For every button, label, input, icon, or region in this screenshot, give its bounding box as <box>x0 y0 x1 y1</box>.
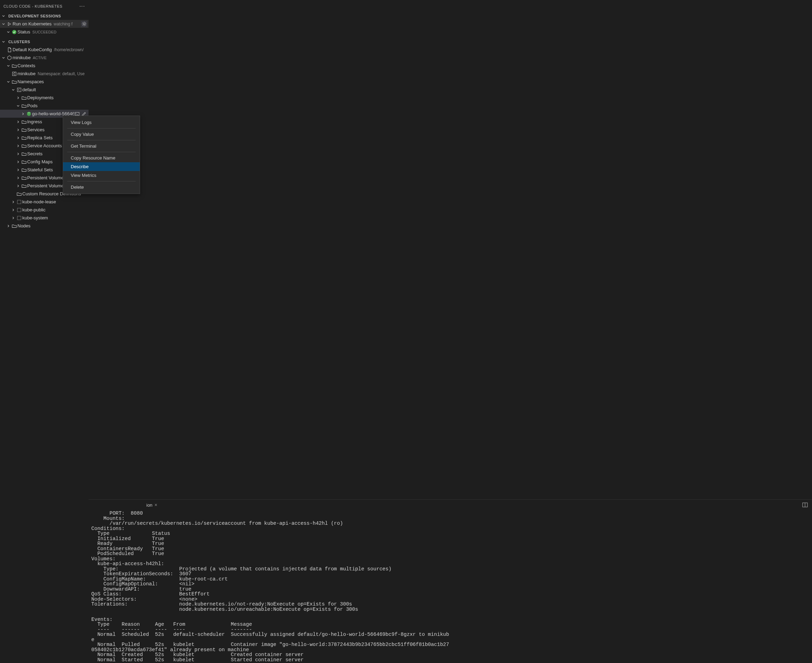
folder-icon <box>21 183 27 188</box>
menu-view-logs[interactable]: View Logs <box>63 118 140 127</box>
folder-icon <box>21 95 27 100</box>
tab-label: ion <box>94 503 152 508</box>
pvc-label: Persistent Volume <box>27 183 64 188</box>
folder-icon <box>21 176 27 180</box>
namespaces[interactable]: Namespaces <box>0 78 89 86</box>
chevron-down-icon <box>6 80 11 84</box>
menu-copy-resource-name[interactable]: Copy Resource Name <box>63 154 140 162</box>
chevron-right-icon <box>16 120 21 124</box>
run-on-kubernetes[interactable]: Run on Kubernetes watching f <box>0 20 89 28</box>
config-maps-label: Config Maps <box>27 159 53 164</box>
deployments[interactable]: Deployments <box>0 94 89 102</box>
kubeconfig-path: /home/ecbrown/ <box>54 47 84 52</box>
svg-rect-8 <box>18 216 21 220</box>
chevron-down-icon <box>6 64 11 68</box>
secrets-label: Secrets <box>27 151 42 156</box>
nodes[interactable]: Nodes <box>0 222 89 230</box>
dev-sessions-tree: Run on Kubernetes watching f Status SUCC… <box>0 20 89 36</box>
deployments-label: Deployments <box>27 95 53 100</box>
chevron-right-icon <box>16 136 21 140</box>
namespace-icon <box>16 207 22 212</box>
context-menu: View Logs Copy Value Get Terminal Copy R… <box>63 116 140 194</box>
chevron-down-icon <box>2 40 7 44</box>
app-root: CLOUD CODE - KUBERNETES ··· DEVELOPMENT … <box>0 0 812 663</box>
context-icon <box>11 71 18 76</box>
chevron-right-icon <box>16 176 21 180</box>
success-icon <box>11 30 18 34</box>
contexts[interactable]: Contexts <box>0 61 89 70</box>
chevron-right-icon <box>21 112 26 116</box>
menu-separator <box>67 181 136 181</box>
svg-rect-4 <box>18 88 21 92</box>
ns-kube-system[interactable]: kube-system <box>0 214 89 222</box>
section-dev-sessions[interactable]: DEVELOPMENT SESSIONS <box>0 12 89 20</box>
services-label: Services <box>27 127 45 132</box>
chevron-right-icon <box>16 144 21 148</box>
chevron-right-icon <box>16 152 21 156</box>
replica-sets-label: Replica Sets <box>27 135 53 140</box>
chevron-down-icon <box>16 104 21 108</box>
chevron-right-icon <box>16 128 21 132</box>
chevron-right-icon <box>11 200 16 204</box>
namespace-icon <box>16 87 22 92</box>
ns-label: kube-node-lease <box>22 199 56 204</box>
svg-rect-3 <box>13 72 16 76</box>
close-icon[interactable]: × <box>154 502 157 508</box>
ns-label: kube-system <box>22 215 48 220</box>
stateful-sets-label: Stateful Sets <box>27 167 53 172</box>
pv-label: Persistent Volumes <box>27 175 66 180</box>
pods[interactable]: Pods <box>0 102 89 110</box>
chevron-right-icon <box>6 224 11 228</box>
status-row[interactable]: Status SUCCEEDED <box>0 28 89 36</box>
menu-view-metrics[interactable]: View Metrics <box>63 171 140 179</box>
chevron-down-icon <box>2 56 6 60</box>
section-title: DEVELOPMENT SESSIONS <box>8 14 61 18</box>
namespace-icon <box>16 215 22 220</box>
menu-describe[interactable]: Describe <box>63 162 140 171</box>
more-icon[interactable]: ··· <box>79 3 85 10</box>
chevron-right-icon <box>16 184 21 188</box>
ingress-label: Ingress <box>27 119 42 125</box>
status-label: Status <box>18 29 30 34</box>
default-kubeconfig[interactable]: Default KubeConfig /home/ecbrown/ <box>0 45 89 53</box>
panel-tabs: ion × <box>89 500 812 510</box>
split-icon[interactable] <box>802 502 808 508</box>
chevron-down-icon <box>11 88 16 92</box>
menu-copy-value[interactable]: Copy Value <box>63 130 140 139</box>
sidebar-title: CLOUD CODE - KUBERNETES <box>3 4 62 8</box>
chevron-right-icon <box>16 168 21 172</box>
chevron-right-icon <box>16 96 21 100</box>
folder-icon <box>21 160 27 164</box>
folder-icon <box>21 120 27 125</box>
pods-label: Pods <box>27 103 37 108</box>
ns-default[interactable]: default <box>0 86 89 94</box>
chevron-right-icon <box>11 216 16 220</box>
chevron-down-icon <box>2 14 7 18</box>
context-item[interactable]: minikube Namespace: default, Use <box>0 70 89 78</box>
gear-icon[interactable] <box>81 21 87 27</box>
svg-rect-6 <box>18 200 21 204</box>
chevron-down-icon <box>2 22 6 26</box>
ns-kube-public[interactable]: kube-public <box>0 206 89 214</box>
cluster-badge: ACTIVE <box>33 56 47 60</box>
play-icon <box>6 22 13 26</box>
pod-icon <box>26 112 32 116</box>
folder-icon <box>11 79 18 84</box>
folder-icon <box>21 168 27 172</box>
describe-text: PORT: 8080 Mounts: /var/run/secrets/kube… <box>89 511 812 662</box>
menu-delete[interactable]: Delete <box>63 183 140 191</box>
menu-get-terminal[interactable]: Get Terminal <box>63 142 140 150</box>
editor: ion × PORT: 8080 Mounts: /var/run/secret… <box>89 0 812 663</box>
namespaces-label: Namespaces <box>18 79 44 84</box>
context-label: minikube <box>18 71 36 76</box>
cluster-minikube[interactable]: minikube ACTIVE <box>0 53 89 61</box>
svg-marker-2 <box>8 55 11 60</box>
panel-tab[interactable]: ion × <box>93 502 159 508</box>
folder-icon <box>21 144 27 148</box>
svg-rect-7 <box>18 208 21 212</box>
folder-icon <box>16 191 22 196</box>
section-clusters[interactable]: CLUSTERS <box>0 38 89 45</box>
ns-kube-node-lease[interactable]: kube-node-lease <box>0 198 89 206</box>
editor-empty <box>89 0 812 499</box>
folder-icon <box>21 136 27 140</box>
